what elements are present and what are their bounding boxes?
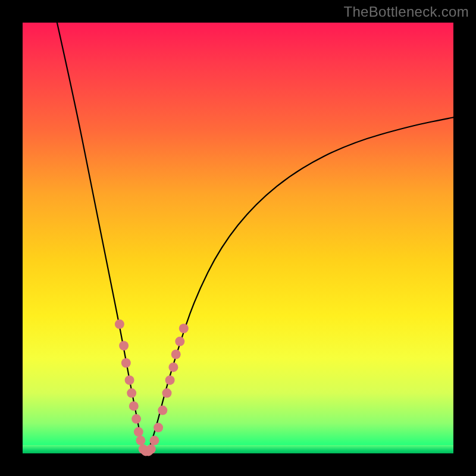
marker-dot (115, 320, 124, 329)
marker-dot (171, 350, 181, 359)
chart-svg (23, 23, 453, 453)
marker-dot (162, 389, 172, 398)
marker-dot (158, 406, 167, 415)
bottleneck-curve (57, 23, 453, 453)
marker-dot (168, 362, 178, 372)
marker-dot (129, 401, 139, 411)
marker-dot (119, 341, 129, 350)
watermark-text: TheBottleneck.com (343, 4, 469, 20)
marker-dot (150, 436, 159, 445)
curve-markers (115, 320, 189, 456)
plot-area (23, 23, 453, 453)
marker-dot (136, 436, 145, 445)
marker-dot (146, 444, 156, 454)
marker-dot (175, 337, 184, 346)
marker-dot (179, 324, 189, 333)
marker-dot (165, 375, 175, 385)
marker-dot (154, 423, 163, 433)
marker-dot (121, 358, 131, 368)
marker-dot (131, 414, 141, 424)
marker-dot (125, 375, 134, 385)
marker-dot (134, 427, 143, 437)
marker-dot (127, 389, 136, 398)
chart-frame: TheBottleneck.com (0, 0, 476, 476)
